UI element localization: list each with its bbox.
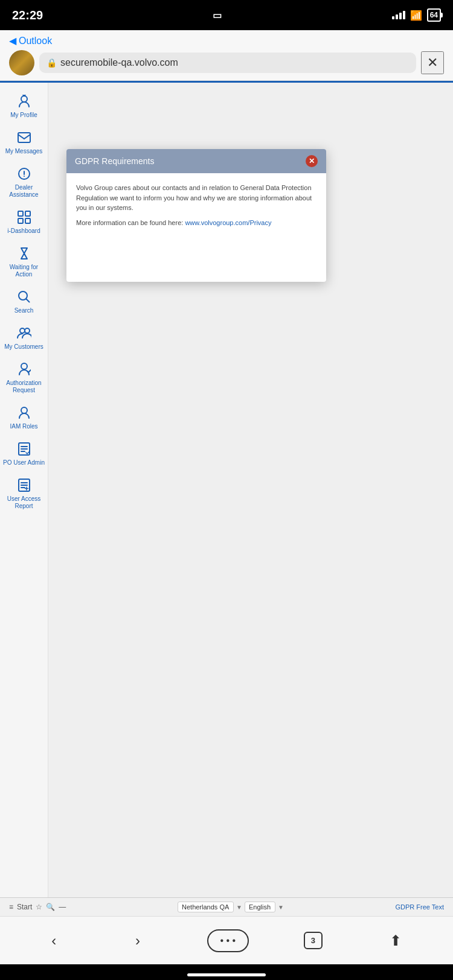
ios-nav-bar: ‹ › • • • 3 ⬆ — [0, 916, 453, 964]
svg-point-11 — [21, 363, 27, 369]
sidebar-label-my-profile: My Profile — [10, 112, 37, 119]
star-icon: ☆ — [36, 903, 42, 911]
bottom-bar: ≡ Start ☆ 🔍 — Netherlands QA ▼ English ▼… — [0, 897, 453, 916]
forward-arrow-icon: › — [135, 932, 140, 949]
browser-forward-button[interactable]: › — [123, 926, 152, 955]
dash-icon: — — [59, 903, 66, 911]
gdpr-modal-header: GDPR Requirements ✕ — [66, 149, 326, 173]
user-access-report-icon — [18, 477, 30, 493]
url-text: securemobile-qa.volvo.com — [60, 57, 178, 68]
gdpr-privacy-link[interactable]: www.volvogroup.com/Privacy — [185, 219, 271, 226]
status-icons: 📶 64 — [392, 8, 441, 22]
share-icon: ⬆ — [390, 932, 402, 949]
signal-bar-1 — [392, 16, 394, 19]
sidebar-label-po-user-admin: PO User Admin — [3, 459, 45, 466]
battery-indicator: 64 — [427, 8, 441, 22]
status-bar: 22:29 ▭ 📶 64 — [0, 0, 453, 30]
svg-rect-7 — [25, 218, 30, 223]
svg-rect-6 — [18, 218, 23, 223]
sidebar-item-po-user-admin[interactable]: PO User Admin — [0, 436, 48, 471]
svg-rect-1 — [18, 133, 30, 142]
back-arrow-icon: ‹ — [51, 932, 56, 949]
back-chevron-icon: ◀ — [9, 35, 16, 46]
svg-rect-4 — [18, 211, 23, 216]
region-select[interactable]: Netherlands QA — [178, 902, 234, 912]
sim-icon: ▭ — [213, 10, 222, 21]
dealer-assistance-icon — [18, 166, 31, 182]
my-messages-icon — [18, 130, 31, 145]
signal-bar-4 — [403, 11, 405, 19]
sidebar-item-search[interactable]: Search — [0, 284, 48, 319]
browser-more-button[interactable]: • • • — [207, 929, 249, 952]
sidebar-item-dealer-assistance[interactable]: Dealer Assistance — [0, 161, 48, 203]
gdpr-close-button[interactable]: ✕ — [306, 155, 318, 167]
wifi-icon: 📶 — [410, 10, 422, 21]
sidebar-item-waiting-for-action[interactable]: Waiting for Action — [0, 241, 48, 283]
svg-point-9 — [20, 328, 25, 333]
sidebar-item-authorization-request[interactable]: Authorization Request — [0, 357, 48, 399]
url-bar: 🔒 securemobile-qa.volvo.com ✕ — [9, 50, 444, 75]
language-chevron-icon: ▼ — [278, 904, 284, 911]
sidebar-label-dashboard: i-Dashboard — [7, 228, 40, 235]
iam-roles-icon — [18, 405, 31, 421]
avatar — [9, 50, 34, 75]
hamburger-icon: ≡ — [9, 903, 13, 911]
gdpr-modal: GDPR Requirements ✕ Volvo Group cares ab… — [66, 149, 326, 282]
sidebar-label-dealer-assistance: Dealer Assistance — [2, 184, 45, 199]
sidebar-item-iam-roles[interactable]: IAM Roles — [0, 400, 48, 435]
authorization-request-icon — [18, 361, 31, 377]
sidebar-label-iam-roles: IAM Roles — [10, 423, 37, 430]
sidebar-item-my-profile[interactable]: My Profile — [0, 89, 48, 124]
my-customers-icon — [17, 325, 31, 341]
url-field[interactable]: 🔒 securemobile-qa.volvo.com — [39, 52, 416, 73]
svg-point-3 — [24, 176, 25, 177]
sidebar-item-user-access-report[interactable]: User Access Report — [0, 472, 48, 515]
sidebar-item-my-customers[interactable]: My Customers — [0, 320, 48, 355]
svg-rect-5 — [25, 211, 30, 216]
svg-point-0 — [21, 96, 27, 102]
sidebar: My Profile My Messages Dealer Assistance — [0, 83, 48, 897]
search-icon — [18, 289, 31, 305]
home-indicator — [0, 964, 453, 980]
dashboard-icon — [18, 209, 31, 225]
gdpr-modal-body: Volvo Group cares about our contacts and… — [66, 173, 326, 282]
browser-share-button[interactable]: ⬆ — [378, 926, 414, 955]
waiting-for-action-icon — [18, 246, 31, 261]
sidebar-label-my-customers: My Customers — [4, 343, 43, 351]
close-tab-button[interactable]: ✕ — [421, 51, 444, 74]
svg-point-12 — [21, 407, 27, 413]
language-select[interactable]: English — [245, 902, 275, 912]
sidebar-label-waiting-for-action: Waiting for Action — [2, 264, 45, 278]
signal-bar-3 — [399, 13, 402, 19]
gdpr-more-info: More information can be found here: www.… — [76, 218, 316, 228]
tabs-count: 3 — [311, 936, 315, 945]
avatar-image — [9, 50, 34, 75]
browser-tabs-button[interactable]: 3 — [304, 932, 323, 949]
gdpr-free-text-link[interactable]: GDPR Free Text — [396, 903, 445, 911]
signal-bars — [392, 11, 405, 19]
bottom-bar-middle: Netherlands QA ▼ English ▼ — [72, 902, 389, 912]
sidebar-label-my-messages: My Messages — [5, 148, 43, 155]
region-chevron-icon: ▼ — [236, 904, 242, 911]
svg-point-10 — [25, 328, 30, 333]
sidebar-item-dashboard[interactable]: i-Dashboard — [0, 205, 48, 240]
my-profile-icon — [18, 94, 31, 109]
browser-bar: ◀ Outlook 🔒 securemobile-qa.volvo.com ✕ — [0, 30, 453, 81]
sidebar-label-authorization-request: Authorization Request — [2, 380, 45, 394]
po-user-admin-icon — [18, 441, 30, 457]
gdpr-more-label: More information can be found here: — [76, 219, 183, 226]
browser-back-button[interactable]: ‹ — [39, 926, 68, 955]
main-layout: My Profile My Messages Dealer Assistance — [0, 83, 453, 897]
sidebar-label-user-access-report: User Access Report — [2, 495, 45, 510]
gdpr-body-text: Volvo Group cares about our contacts and… — [76, 183, 316, 213]
more-dots-icon: • • • — [220, 935, 236, 946]
sidebar-label-search: Search — [14, 307, 34, 314]
sidebar-item-my-messages[interactable]: My Messages — [0, 125, 48, 160]
search-bottom-icon: 🔍 — [46, 903, 55, 911]
bottom-bar-left: ≡ Start ☆ 🔍 — — [9, 903, 66, 911]
back-to-outlook[interactable]: ◀ Outlook — [9, 35, 444, 46]
status-time: 22:29 — [12, 8, 43, 22]
gdpr-modal-title: GDPR Requirements — [75, 156, 155, 166]
start-label[interactable]: Start — [17, 903, 32, 911]
home-bar — [187, 973, 266, 976]
